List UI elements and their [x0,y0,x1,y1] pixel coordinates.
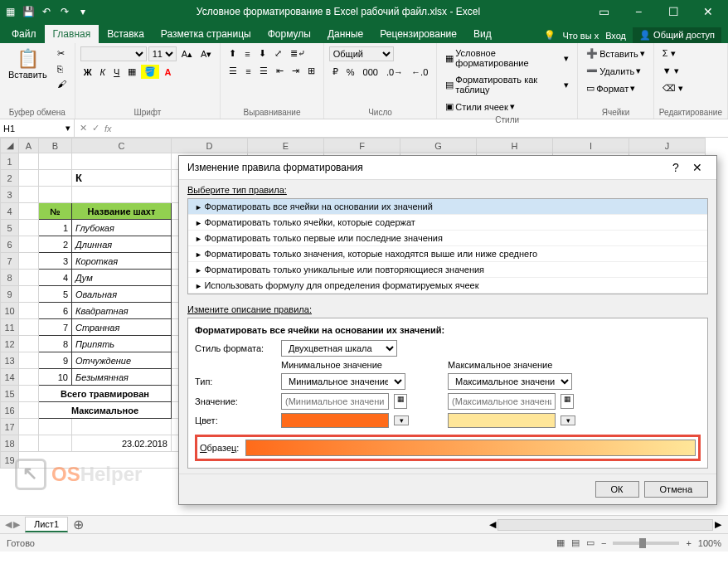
dialog-help-icon[interactable]: ? [665,161,687,174]
tab-home[interactable]: Главная [45,25,99,43]
min-type-select[interactable]: Минимальное значение [281,373,405,390]
percent-icon[interactable]: % [343,66,358,79]
maximize-icon[interactable]: ☐ [657,5,690,18]
min-refedit-icon[interactable]: ▦ [394,394,407,409]
minimize-icon[interactable]: − [622,5,655,18]
min-color-swatch[interactable] [281,413,389,428]
col-header[interactable]: C [72,138,172,153]
rule-type-item[interactable]: Форматировать все ячейки на основании их… [188,199,707,215]
col-header[interactable]: F [324,138,400,153]
tab-page-layout[interactable]: Разметка страницы [153,25,260,43]
view-pagebreak-icon[interactable]: ▭ [586,537,595,548]
chevron-down-icon[interactable]: ▾ [66,123,70,134]
redo-icon[interactable]: ↷ [58,5,71,18]
increase-decimal-icon[interactable]: .0→ [383,66,406,79]
cut-button[interactable]: ✂ [54,46,70,61]
col-header[interactable]: J [629,138,706,153]
number-format-select[interactable]: Общий [329,46,394,61]
horizontal-scrollbar[interactable] [497,519,713,531]
fill-button[interactable]: ▼ ▾ [659,64,722,78]
enter-formula-icon[interactable]: ✓ [92,123,99,134]
hscroll-left-icon[interactable]: ◀ [489,519,496,530]
wrap-text-button[interactable]: ≣⤶ [287,46,308,61]
align-center-icon[interactable]: ≡ [242,65,254,78]
ok-button[interactable]: ОК [595,481,639,498]
cancel-formula-icon[interactable]: ✕ [80,123,87,134]
close-icon[interactable]: ✕ [692,5,725,18]
border-button[interactable]: ▦ [124,65,139,79]
merge-center-button[interactable]: ⊞ [304,64,318,78]
tab-review[interactable]: Рецензирование [371,25,465,43]
formula-input[interactable] [117,119,728,137]
col-header[interactable]: A [19,138,39,153]
rule-type-list[interactable]: Форматировать все ячейки на основании их… [187,198,708,294]
rule-type-item[interactable]: Форматировать только первые или последни… [188,231,707,246]
align-left-icon[interactable]: ☰ [226,64,240,78]
tab-insert[interactable]: Вставка [99,25,153,43]
underline-button[interactable]: Ч [110,66,123,79]
ribbon-options-icon[interactable]: ▭ [587,5,620,18]
orientation-icon[interactable]: ⤢ [271,46,285,61]
thousands-icon[interactable]: 000 [360,66,381,79]
increase-font-icon[interactable]: A▴ [178,47,196,61]
view-normal-icon[interactable]: ▦ [556,537,565,548]
autosum-button[interactable]: Σ ▾ [659,46,722,61]
currency-icon[interactable]: ₽ [329,65,342,79]
view-layout-icon[interactable]: ▤ [571,537,580,548]
col-header[interactable]: E [248,138,324,153]
max-refedit-icon[interactable]: ▦ [561,394,574,409]
font-size-select[interactable]: 11 [148,46,177,61]
insert-cells-button[interactable]: ➕ Вставить ▾ [583,46,648,61]
dialog-close-icon[interactable]: ✕ [687,161,708,174]
align-right-icon[interactable]: ☰ [256,64,271,78]
zoom-slider[interactable] [613,542,679,545]
max-type-select[interactable]: Максимальное значение [448,373,572,390]
font-color-button[interactable]: А [161,66,174,79]
tab-formulas[interactable]: Формулы [260,25,319,43]
indent-dec-icon[interactable]: ⇤ [273,64,287,78]
delete-cells-button[interactable]: ➖ Удалить ▾ [583,64,648,78]
tab-data[interactable]: Данные [319,25,371,43]
max-color-dropdown-icon[interactable]: ▾ [561,415,575,425]
tell-me[interactable]: Что вы х [562,31,599,41]
bold-button[interactable]: Ж [80,66,95,79]
cell-styles-button[interactable]: ▣ Стили ячеек ▾ [442,100,572,114]
sheet-prev-icon[interactable]: ◀ [5,519,12,530]
rule-type-item[interactable]: Форматировать только уникальные или повт… [188,262,707,278]
sheet-tab[interactable]: Лист1 [25,517,68,532]
cancel-button[interactable]: Отмена [644,481,708,498]
decrease-font-icon[interactable]: A▾ [197,47,215,61]
align-top-icon[interactable]: ⬆ [226,46,240,61]
col-header[interactable]: H [477,138,553,153]
col-header[interactable]: G [400,138,477,153]
copy-button[interactable]: ⎘ [54,62,70,75]
fx-icon[interactable]: fx [104,124,112,134]
sheet-next-icon[interactable]: ▶ [13,519,20,530]
rule-type-item[interactable]: Форматировать только значения, которые н… [188,246,707,262]
conditional-formatting-button[interactable]: ▦ Условное форматирование ▾ [442,46,572,70]
format-style-select[interactable]: Двухцветная шкала [281,340,397,357]
rule-type-item[interactable]: Использовать формулу для определения фор… [188,278,707,294]
col-header[interactable]: D [172,138,248,153]
zoom-in-icon[interactable]: + [686,538,691,548]
col-header[interactable]: I [553,138,629,153]
add-sheet-button[interactable]: ⊕ [68,517,89,532]
zoom-level[interactable]: 100% [698,538,721,548]
max-value-input[interactable] [448,393,556,410]
format-painter-button[interactable]: 🖌 [54,77,70,90]
tab-view[interactable]: Вид [465,25,500,43]
max-color-swatch[interactable] [448,413,556,428]
font-name-select[interactable] [80,46,147,61]
undo-icon[interactable]: ↶ [40,5,53,18]
hscroll-right-icon[interactable]: ▶ [715,519,721,530]
qat-dropdown-icon[interactable]: ▾ [76,5,90,18]
min-color-dropdown-icon[interactable]: ▾ [394,415,409,425]
tab-file[interactable]: Файл [3,25,45,43]
format-as-table-button[interactable]: ▤ Форматировать как таблицу ▾ [442,73,572,96]
italic-button[interactable]: К [97,66,109,79]
align-bottom-icon[interactable]: ⬇ [255,46,269,61]
align-middle-icon[interactable]: ≡ [241,47,253,61]
col-header[interactable]: B [39,138,72,153]
format-cells-button[interactable]: ▭ Формат ▾ [583,81,648,95]
fill-color-button[interactable]: 🪣 [141,65,159,79]
